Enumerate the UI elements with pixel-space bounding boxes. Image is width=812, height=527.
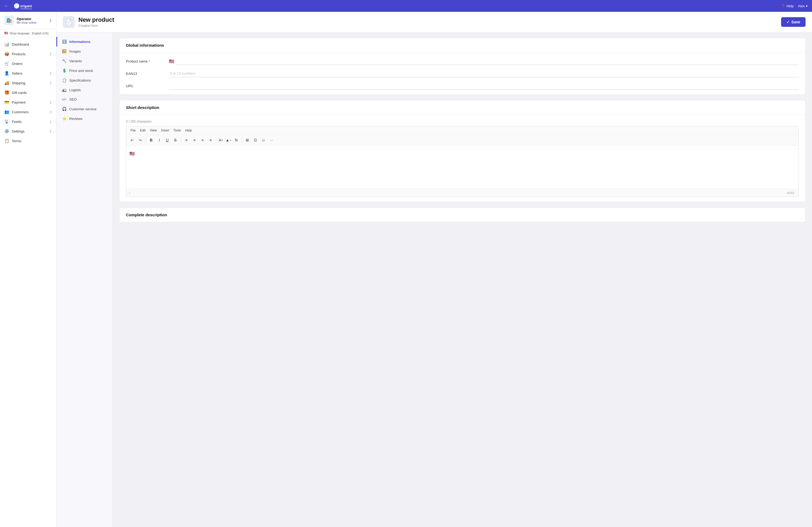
editor-menu-insert[interactable]: Insert: [159, 127, 171, 133]
sidebar-item-products[interactable]: 📦 Products ❯: [0, 49, 56, 59]
sidebar-item-label-sellers: Sellers: [12, 71, 23, 75]
strikethrough-button[interactable]: S: [172, 136, 179, 144]
page-header-icon: 📄: [63, 16, 75, 28]
checkmark-icon: ✓: [786, 20, 790, 24]
form-nav-reviews[interactable]: ⭐ Reviews: [56, 114, 113, 123]
form-nav-price-and-stock[interactable]: 💲 Price and stock: [56, 66, 113, 75]
operator-name: Operator: [17, 17, 37, 21]
user-chevron-icon: ▾: [806, 4, 808, 8]
sidebar: 🛍️ Operator My shop online ❯ 🇺🇸 Shop lan…: [0, 12, 56, 527]
sidebar-item-label-gift-cards: Gift cards: [12, 91, 27, 95]
font-color-button[interactable]: A▾: [218, 136, 224, 144]
upc-input[interactable]: [169, 82, 799, 90]
us-flag-icon: 🇺🇸: [4, 31, 8, 35]
help-button[interactable]: ❓ Help: [781, 4, 794, 8]
sidebar-item-dashboard[interactable]: 📊 Dashboard: [0, 40, 56, 49]
form-nav-label-customer-service: Customer service: [69, 107, 97, 111]
form-nav-informations[interactable]: ℹ️ Informations: [56, 37, 113, 46]
emoji-button[interactable]: ☺: [260, 136, 267, 144]
ean13-input[interactable]: [169, 70, 799, 77]
shop-language: 🇺🇸 Shop language : English (US): [0, 29, 56, 37]
form-content: Global informations Product name * 🇺🇸: [113, 32, 812, 527]
upc-label: UPC: [126, 84, 163, 88]
user-label: Alex: [798, 4, 805, 8]
editor-menu-tools[interactable]: Tools: [171, 127, 183, 133]
editor-menu-view[interactable]: View: [148, 127, 159, 133]
page-header: 📄 New product Creation form ✓ Save: [56, 12, 812, 32]
global-informations-section: Global informations Product name * 🇺🇸: [119, 38, 806, 95]
operator-switcher[interactable]: 🛍️ Operator My shop online ❯: [0, 12, 56, 29]
resize-handle: ↘: [128, 191, 130, 194]
form-nav-logistic[interactable]: 🚛 Logistic: [56, 85, 113, 95]
editor-menubar: File Edit View Insert Tools Help: [126, 126, 799, 135]
italic-button[interactable]: I: [156, 136, 163, 144]
undo-button[interactable]: ↩: [128, 136, 136, 144]
customers-chevron-icon: ❯: [49, 110, 52, 114]
align-center-button[interactable]: ≡: [191, 136, 198, 144]
images-icon: 🖼️: [62, 49, 67, 54]
product-name-input[interactable]: [176, 57, 799, 65]
editor-menu-edit[interactable]: Edit: [138, 127, 148, 133]
align-left-button[interactable]: ≡: [183, 136, 190, 144]
sidebar-item-terms[interactable]: 📋 Terms: [0, 136, 56, 146]
toolbar-separator-4: [242, 137, 242, 143]
logistic-icon: 🚛: [62, 88, 67, 92]
sidebar-item-customers[interactable]: 👥 Customers ❯: [0, 107, 56, 117]
short-description-editor: File Edit View Insert Tools Help ↩ ↪: [126, 126, 799, 197]
page-subtitle: Creation form: [78, 24, 114, 28]
form-nav-specifications[interactable]: 📋 Specifications: [56, 75, 113, 85]
sidebar-item-orders[interactable]: 🛒 Orders: [0, 59, 56, 69]
form-nav-label-price-and-stock: Price and stock: [69, 69, 93, 73]
form-nav-label-seo: SEO: [69, 97, 76, 102]
special-char-button[interactable]: Ω: [251, 136, 259, 144]
collapse-sidebar-button[interactable]: ←: [4, 3, 9, 8]
align-right-button[interactable]: ≡: [199, 136, 206, 144]
help-label: Help: [786, 4, 794, 8]
underline-button[interactable]: U: [163, 136, 171, 144]
complete-description-section: Complete description: [119, 207, 806, 222]
sidebar-item-settings[interactable]: ⚙️ Settings ❯: [0, 126, 56, 136]
short-description-body: 0 / 255 characters File Edit View Insert…: [119, 115, 805, 202]
settings-chevron-icon: ❯: [49, 130, 52, 133]
bold-button[interactable]: B: [147, 136, 155, 144]
sidebar-item-shipping[interactable]: 🚚 Shipping ❯: [0, 78, 56, 88]
redo-button[interactable]: ↪: [136, 136, 144, 144]
gift-cards-icon: 🎁: [4, 90, 9, 95]
user-menu-button[interactable]: Alex ▾: [798, 4, 808, 8]
form-nav-label-reviews: Reviews: [69, 117, 83, 121]
save-button[interactable]: ✓ Save: [781, 17, 806, 27]
table-button[interactable]: ⊞: [244, 136, 251, 144]
sidebar-item-gift-cards[interactable]: 🎁 Gift cards: [0, 88, 56, 97]
sellers-chevron-icon: ❯: [49, 72, 52, 75]
editor-menu-help[interactable]: Help: [183, 127, 194, 133]
form-nav-customer-service[interactable]: 🎧 Customer service: [56, 104, 113, 114]
form-nav-seo[interactable]: </> SEO: [56, 95, 113, 104]
topnav: ← origami marketplace ❓ Help Alex ▾: [0, 0, 812, 12]
info-icon: ℹ️: [62, 40, 67, 44]
feeds-chevron-icon: ❯: [49, 120, 52, 123]
orders-icon: 🛒: [4, 61, 9, 66]
save-label: Save: [791, 20, 800, 24]
form-nav-images[interactable]: 🖼️ Images: [56, 46, 113, 56]
global-info-section-title: Global informations: [119, 38, 805, 52]
sidebar-item-payment[interactable]: 💳 Payment ❯: [0, 97, 56, 107]
payment-chevron-icon: ❯: [49, 101, 52, 104]
inline-code-button[interactable]: fx: [233, 136, 240, 144]
short-description-body-area[interactable]: 🇺🇸: [126, 146, 799, 189]
sidebar-item-feeds[interactable]: 📡 Feeds ❯: [0, 117, 56, 126]
operator-shop: My shop online: [17, 21, 37, 24]
highlight-button[interactable]: ▲▾: [224, 136, 232, 144]
shipping-icon: 🚚: [4, 80, 9, 85]
form-nav-variants[interactable]: 🔧 Variants: [56, 56, 113, 66]
form-nav-label-variants: Variants: [69, 59, 82, 63]
editor-menu-file[interactable]: File: [128, 127, 138, 133]
align-justify-button[interactable]: ≡: [207, 136, 214, 144]
variants-icon: 🔧: [62, 59, 67, 63]
upc-row: UPC: [126, 82, 799, 90]
sidebar-item-sellers[interactable]: 👤 Sellers ❯: [0, 69, 56, 78]
product-name-required: *: [149, 59, 150, 63]
product-name-flag-icon: 🇺🇸: [169, 59, 174, 64]
help-circle-icon: ❓: [781, 4, 785, 8]
more-button[interactable]: ···: [268, 136, 275, 144]
products-chevron-icon: ❯: [49, 52, 52, 56]
